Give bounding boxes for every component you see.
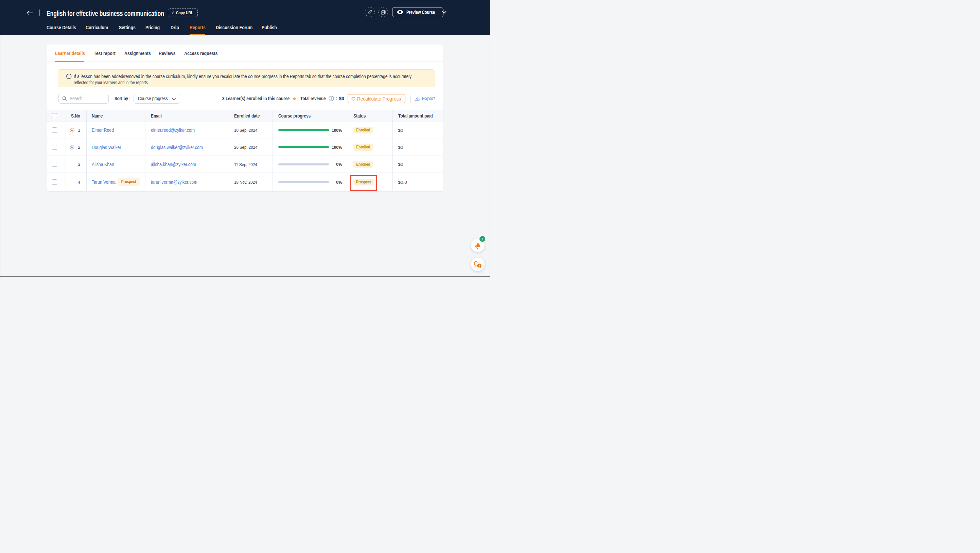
svg-text:?: ? [479,264,480,267]
